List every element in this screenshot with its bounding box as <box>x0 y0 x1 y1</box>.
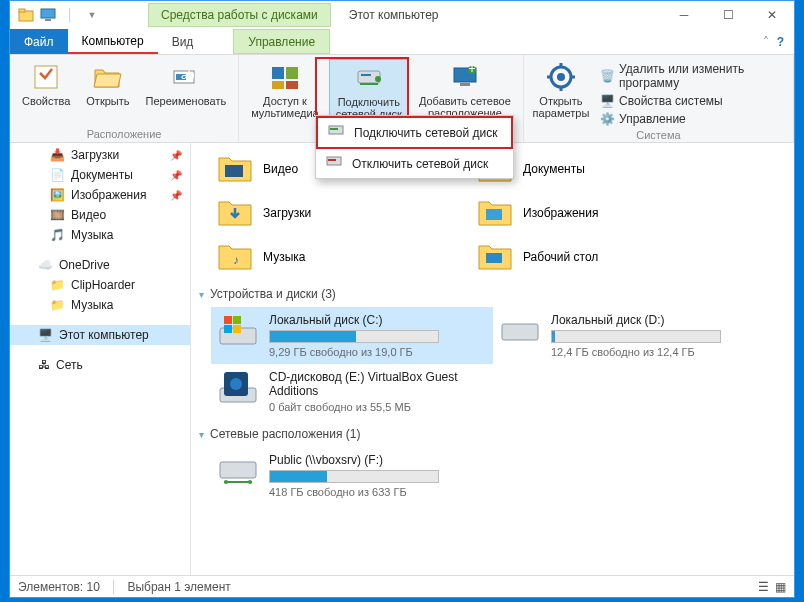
documents-icon: 📄 <box>50 168 65 182</box>
pin-icon: 📌 <box>170 190 182 201</box>
svg-rect-35 <box>224 316 232 324</box>
tab-view[interactable]: Вид <box>158 29 208 54</box>
drives-grid: Локальный диск (C:)9,29 ГБ свободно из 1… <box>211 307 786 419</box>
sidebar-item-downloads[interactable]: 📥Загрузки📌 <box>10 145 190 165</box>
svg-point-14 <box>375 76 381 82</box>
sidebar-item-cliphoarder[interactable]: 📁ClipHoarder <box>10 275 190 295</box>
downloads-folder-icon <box>217 195 253 231</box>
drive-f[interactable]: Public (\\vboxsrv) (F:)418 ГБ свободно и… <box>211 447 493 504</box>
computer-small-icon: 🖥️ <box>600 94 615 108</box>
titlebar: │ ▼ Средства работы с дисками Этот компь… <box>10 1 794 29</box>
manage-icon: ⚙️ <box>600 112 615 126</box>
svg-rect-38 <box>233 325 241 333</box>
properties-button[interactable]: Свойства <box>16 59 76 126</box>
drive-c[interactable]: Локальный диск (C:)9,29 ГБ свободно из 1… <box>211 307 493 364</box>
music-icon: 🎵 <box>50 228 65 242</box>
tab-manage[interactable]: Управление <box>233 29 330 54</box>
section-devices[interactable]: ▾Устройства и диски (3) <box>199 287 786 301</box>
sidebar-item-music2[interactable]: 📁Музыка <box>10 295 190 315</box>
sidebar-item-videos[interactable]: 🎞️Видео <box>10 205 190 225</box>
status-selected: Выбран 1 элемент <box>127 580 230 594</box>
windows-drive-icon <box>217 313 259 349</box>
explorer-window: │ ▼ Средства работы с дисками Этот компь… <box>9 0 795 598</box>
properties-icon <box>30 61 62 93</box>
svg-rect-37 <box>224 325 232 333</box>
videos-folder-icon <box>217 151 253 187</box>
folder-music[interactable]: ♪Музыка <box>211 235 471 279</box>
drive-c-progress <box>269 330 439 343</box>
status-item-count: Элементов: 10 <box>18 580 100 594</box>
drive-connect-icon <box>328 124 346 141</box>
system-properties-button[interactable]: 🖥️Свойства системы <box>596 93 787 109</box>
sidebar-item-documents[interactable]: 📄Документы📌 <box>10 165 190 185</box>
ribbon-group-location: Свойства Открыть ab Переименовать Распол… <box>10 55 239 142</box>
onedrive-icon: ☁️ <box>38 258 53 272</box>
drive-e[interactable]: CD-дисковод (E:) VirtualBox Guest Additi… <box>211 364 493 419</box>
sidebar-item-pictures[interactable]: 🖼️Изображения📌 <box>10 185 190 205</box>
tab-computer[interactable]: Компьютер <box>68 29 158 54</box>
open-settings-button[interactable]: Открыть параметры <box>530 59 592 121</box>
dropdown-connect-drive[interactable]: Подключить сетевой диск <box>316 116 513 149</box>
ribbon-group-system: Открыть параметры 🗑️Удалить или изменить… <box>524 55 794 142</box>
pictures-icon: 🖼️ <box>50 188 65 202</box>
svg-rect-29 <box>225 165 243 177</box>
folder-downloads[interactable]: Загрузки <box>211 191 471 235</box>
sidebar-item-onedrive[interactable]: ☁️OneDrive <box>10 255 190 275</box>
section-netloc[interactable]: ▾Сетевые расположения (1) <box>199 427 786 441</box>
svg-rect-10 <box>272 81 284 89</box>
menu-tabs: Файл Компьютер Вид Управление ˄ ? <box>10 29 794 55</box>
status-divider: │ <box>110 580 118 594</box>
drive-d[interactable]: Локальный диск (D:)12,4 ГБ свободно из 1… <box>493 307 775 364</box>
open-button[interactable]: Открыть <box>80 59 135 126</box>
group-label-system: Система <box>636 129 680 141</box>
svg-rect-9 <box>286 67 298 79</box>
svg-rect-3 <box>45 19 51 21</box>
map-drive-dropdown: Подключить сетевой диск Отключить сетево… <box>315 115 514 179</box>
close-button[interactable]: ✕ <box>750 1 794 29</box>
sidebar-item-network[interactable]: 🖧Сеть <box>10 355 190 375</box>
drive-disconnect-icon <box>326 155 344 172</box>
folder-icon: 📁 <box>50 298 65 312</box>
svg-text:+: + <box>468 64 475 76</box>
svg-text:ab: ab <box>181 68 195 82</box>
computer-icon: 🖥️ <box>38 328 53 342</box>
downloads-icon: 📥 <box>50 148 65 162</box>
drive-d-progress <box>551 330 721 343</box>
drive-f-progress <box>269 470 439 483</box>
network-monitor-icon: + <box>449 61 481 93</box>
maximize-button[interactable]: ☐ <box>706 1 750 29</box>
svg-rect-8 <box>272 67 284 79</box>
netloc-grid: Public (\\vboxsrv) (F:)418 ГБ свободно и… <box>211 447 786 504</box>
minimize-button[interactable]: ─ <box>662 1 706 29</box>
rename-button[interactable]: ab Переименовать <box>140 59 233 126</box>
folder-icon: 📁 <box>50 278 65 292</box>
computer-icon <box>40 7 56 23</box>
uninstall-button[interactable]: 🗑️Удалить или изменить программу <box>596 61 787 91</box>
window-title: Этот компьютер <box>349 8 439 22</box>
statusbar: Элементов: 10 │ Выбран 1 элемент ☰ ▦ <box>10 575 794 597</box>
window-controls: ─ ☐ ✕ <box>662 1 794 29</box>
svg-rect-43 <box>220 462 256 478</box>
svg-rect-2 <box>41 9 55 18</box>
quick-access-toolbar: │ ▼ <box>10 7 108 23</box>
gear-icon <box>545 61 577 93</box>
svg-rect-28 <box>328 159 336 161</box>
tab-file[interactable]: Файл <box>10 29 68 54</box>
sidebar-item-thispc[interactable]: 🖥️Этот компьютер <box>10 325 190 345</box>
body: 📥Загрузки📌 📄Документы📌 🖼️Изображения📌 🎞️… <box>10 143 794 575</box>
folder-pictures[interactable]: Изображения <box>471 191 731 235</box>
media-access-button[interactable]: Доступ к мультимедиа <box>245 59 325 126</box>
dropdown-disconnect-drive[interactable]: Отключить сетевой диск <box>316 149 513 178</box>
svg-point-42 <box>230 378 242 390</box>
ribbon-expand-icon[interactable]: ˄ <box>763 35 769 49</box>
qat-dropdown-icon[interactable]: ▼ <box>84 7 100 23</box>
folder-desktop[interactable]: Рабочий стол <box>471 235 731 279</box>
media-icon <box>269 61 301 93</box>
view-details-icon[interactable]: ☰ <box>758 580 769 594</box>
view-large-icon[interactable]: ▦ <box>775 580 786 594</box>
sidebar-item-music[interactable]: 🎵Музыка <box>10 225 190 245</box>
manage-button[interactable]: ⚙️Управление <box>596 111 787 127</box>
help-icon[interactable]: ? <box>777 35 784 49</box>
pictures-folder-icon <box>477 195 513 231</box>
open-folder-icon <box>92 61 124 93</box>
